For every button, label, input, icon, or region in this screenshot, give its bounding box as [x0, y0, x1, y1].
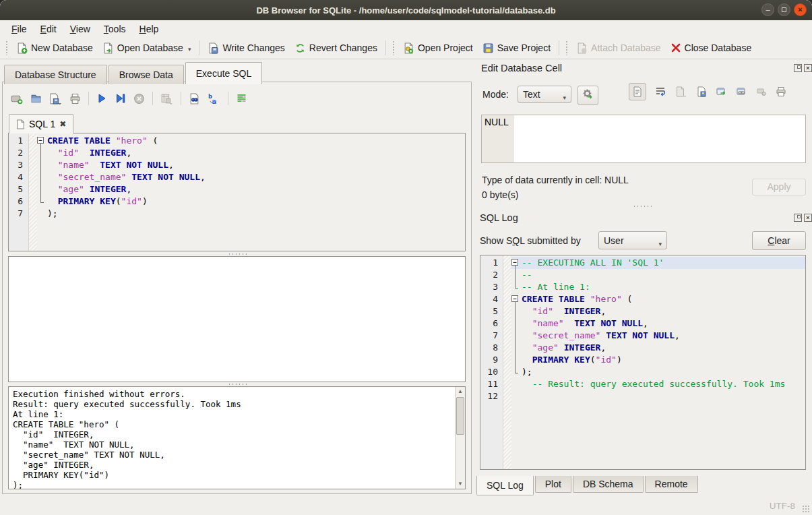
- fold-marker-icon[interactable]: −: [511, 257, 522, 269]
- toolbar-drag-handle[interactable]: [565, 40, 569, 55]
- tab-execute-sql[interactable]: Execute SQL: [185, 62, 263, 84]
- open-database-dropdown-icon[interactable]: ▾: [188, 46, 191, 54]
- save-results-button[interactable]: [160, 93, 173, 104]
- auto-switch-mode-button[interactable]: [577, 86, 598, 105]
- set-link-button[interactable]: [736, 86, 747, 97]
- menu-view[interactable]: View: [64, 22, 96, 36]
- sql-tab-label: SQL 1: [29, 119, 55, 129]
- import-cell-button[interactable]: [675, 86, 687, 97]
- resize-grip[interactable]: [802, 505, 811, 514]
- maximize-button[interactable]: [778, 3, 790, 16]
- cell-value-editor[interactable]: NULL: [481, 115, 806, 163]
- code-text: "secret_name" TEXT NOT NULL,: [522, 330, 680, 342]
- fold-guide: [37, 159, 47, 171]
- cell-log-splitter[interactable]: [476, 204, 809, 208]
- link-icon: [736, 86, 747, 97]
- code-text: CREATE TABLE "hero" (: [522, 293, 632, 305]
- editor-margin: [29, 183, 37, 195]
- editor-results-splitter[interactable]: [8, 252, 466, 255]
- edit-cell-close-icon[interactable]: ×: [804, 64, 812, 72]
- word-wrap-button[interactable]: [655, 86, 666, 97]
- mode-select[interactable]: Text ▾: [518, 86, 571, 103]
- code-line: 7 "secret_name" TEXT NOT NULL,: [480, 330, 805, 342]
- toolbar-separator: [228, 92, 228, 105]
- messages-pane[interactable]: Execution finished without errors. Resul…: [8, 386, 466, 489]
- mode-label: Mode:: [482, 89, 509, 100]
- new-database-button[interactable]: New Database: [11, 40, 98, 57]
- tab-database-structure[interactable]: Database Structure: [4, 65, 107, 84]
- new-sql-tab-button[interactable]: [11, 93, 23, 104]
- fold-marker-icon[interactable]: −: [37, 135, 47, 147]
- minimize-button[interactable]: –: [761, 3, 774, 16]
- fold-marker-icon[interactable]: −: [511, 293, 522, 305]
- attach-database-button[interactable]: Attach Database: [571, 40, 666, 57]
- find-replace-button[interactable]: ba: [208, 93, 220, 104]
- clear-log-button[interactable]: Clear: [752, 231, 806, 250]
- import-icon: [675, 86, 687, 97]
- save-project-button[interactable]: Save Project: [478, 40, 555, 57]
- toolbar-separator: [559, 40, 559, 55]
- messages-scrollbar[interactable]: ▲ ▼: [455, 387, 465, 489]
- toolbar-separator: [385, 40, 386, 55]
- text-mode-button[interactable]: [629, 83, 646, 100]
- save-project-icon: [482, 42, 494, 54]
- close-button[interactable]: ×: [794, 3, 807, 16]
- close-sql-tab-icon[interactable]: ✖: [59, 119, 66, 129]
- title-bar[interactable]: DB Browser for SQLite - /home/user/code/…: [0, 0, 812, 20]
- print-sql-button[interactable]: [69, 93, 81, 104]
- scrollbar-thumb[interactable]: [456, 397, 464, 435]
- scroll-up-icon[interactable]: ▲: [456, 387, 465, 396]
- open-project-label: Open Project: [418, 42, 473, 53]
- menu-edit[interactable]: Edit: [34, 22, 63, 36]
- tab-browse-data[interactable]: Browse Data: [108, 65, 184, 84]
- stop-execution-button[interactable]: [133, 93, 145, 104]
- save-sql-file-button[interactable]: [49, 93, 62, 104]
- edit-cell-float-icon[interactable]: [794, 64, 802, 72]
- format-sql-button[interactable]: [236, 93, 247, 104]
- set-null-icon: [756, 86, 767, 97]
- sql-source-select[interactable]: User ▾: [598, 231, 667, 249]
- menu-file[interactable]: File: [5, 22, 33, 36]
- execute-all-button[interactable]: [96, 93, 107, 104]
- export-cell-button[interactable]: [696, 86, 707, 97]
- sql-log-dock-title: SQL Log: [480, 212, 518, 223]
- write-changes-button[interactable]: Write Changes: [203, 40, 289, 57]
- sql-log-view[interactable]: 1−-- EXECUTING ALL IN 'SQL 1'2--3-- At l…: [480, 255, 806, 470]
- results-pane[interactable]: [8, 256, 466, 382]
- line-number: 10: [480, 366, 503, 378]
- find-button[interactable]: [189, 93, 200, 104]
- open-external-button[interactable]: [716, 86, 727, 97]
- scroll-down-icon[interactable]: ▼: [456, 479, 465, 489]
- tab-db-schema[interactable]: DB Schema: [573, 476, 644, 493]
- execute-current-line-button[interactable]: [115, 93, 126, 104]
- sql-log-close-icon[interactable]: ×: [804, 214, 812, 222]
- sql-editor[interactable]: 1−CREATE TABLE "hero" (2 "id" INTEGER,3 …: [8, 133, 466, 251]
- print-cell-button[interactable]: [776, 86, 786, 97]
- apply-button[interactable]: Apply: [752, 179, 806, 195]
- results-messages-splitter[interactable]: [8, 382, 466, 386]
- open-database-icon: [102, 42, 114, 54]
- menu-help[interactable]: Help: [133, 22, 165, 36]
- revert-changes-button[interactable]: Revert Changes: [290, 40, 382, 57]
- line-number: 6: [480, 317, 503, 330]
- toolbar-drag-handle[interactable]: [5, 40, 9, 55]
- close-database-button[interactable]: Close Database: [666, 40, 757, 56]
- tab-remote[interactable]: Remote: [645, 476, 698, 493]
- sql-document-tab[interactable]: SQL 1 ✖: [9, 114, 73, 133]
- line-number: 11: [480, 378, 503, 390]
- menu-tools[interactable]: Tools: [98, 22, 132, 36]
- code-text: "name" TEXT NOT NULL,: [47, 159, 174, 171]
- line-number: 9: [480, 354, 503, 366]
- sql-log-float-icon[interactable]: [794, 214, 802, 222]
- code-text: "secret_name" TEXT NOT NULL,: [47, 171, 206, 183]
- toolbar-drag-handle[interactable]: [392, 40, 396, 55]
- tab-plot[interactable]: Plot: [535, 476, 571, 493]
- set-null-button[interactable]: [756, 86, 767, 97]
- open-project-button[interactable]: Open Project: [398, 40, 478, 57]
- editor-margin: [29, 171, 37, 183]
- tab-sql-log[interactable]: SQL Log: [476, 476, 534, 495]
- show-sql-label: Show SQL submitted by: [480, 235, 581, 246]
- open-database-button[interactable]: Open Database ▾: [98, 40, 196, 57]
- clear-label: Clear: [768, 232, 790, 249]
- open-sql-file-button[interactable]: [30, 93, 42, 104]
